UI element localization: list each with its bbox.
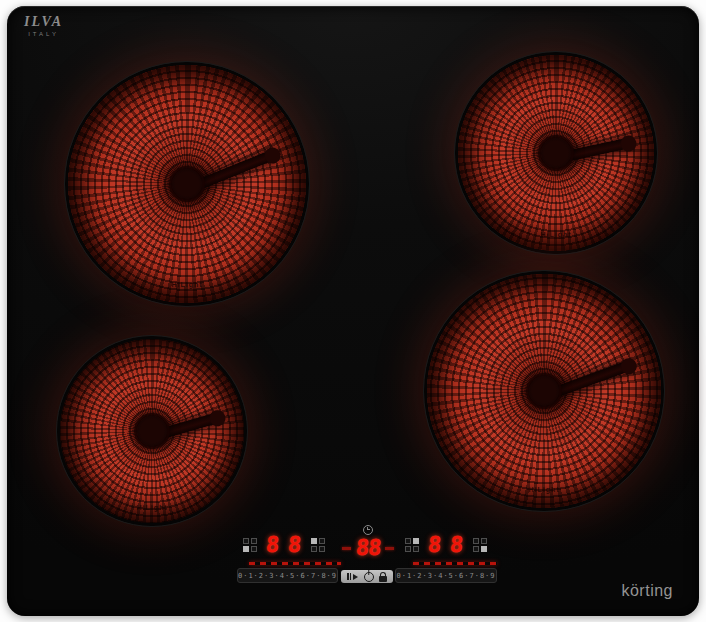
center-button-bar	[341, 570, 393, 583]
right-power-slider[interactable]: 0·1·2·3·4·5·6·7·8·9	[395, 568, 497, 583]
glass-brand-country: ITALY	[24, 31, 63, 37]
front-left-power-display: 8	[265, 533, 280, 557]
front-right-power-display: 8	[449, 533, 464, 557]
heating-element-hub	[137, 416, 167, 446]
zone-select-front-right-icon[interactable]	[473, 538, 487, 552]
timer-clock-icon	[363, 525, 373, 535]
zone-select-rear-right-icon[interactable]	[405, 538, 419, 552]
glass-brand-logo: ILVA ITALY	[24, 15, 63, 37]
right-zone-residual-heat-bar	[413, 562, 497, 565]
burner-type-label: HiLight	[427, 486, 661, 493]
zone-select-rear-left-icon[interactable]	[311, 538, 325, 552]
ceramic-hob-glass: ILVA ITALY HiLight HiLight HiLight HiLig…	[7, 6, 699, 616]
left-slider-scale: 0·1·2·3·4·5·6·7·8·9	[238, 572, 337, 580]
right-slider-scale: 0·1·2·3·4·5·6·7·8·9	[396, 572, 495, 580]
rear-right-power-display: 8	[427, 533, 442, 557]
burner-type-label: HiLight	[68, 281, 306, 288]
timer-minus-button[interactable]	[342, 547, 351, 550]
heating-element-hub	[172, 169, 202, 199]
timer-plus-button[interactable]	[385, 547, 394, 550]
glass-brand-name: ILVA	[24, 15, 63, 29]
child-lock-button[interactable]	[379, 576, 387, 582]
timer-display: 88	[355, 536, 382, 560]
touch-control-panel: 8 8 88 8 8	[235, 527, 507, 587]
left-zone-residual-heat-bar	[249, 562, 341, 565]
burner-rear-left: HiLight	[65, 62, 309, 306]
burner-type-label: HiLight	[458, 231, 654, 238]
rear-left-power-display: 8	[287, 533, 302, 557]
timer-section: 88	[338, 525, 398, 560]
pause-button[interactable]	[347, 573, 358, 580]
burner-rear-right: HiLight	[455, 52, 657, 254]
left-power-slider[interactable]: 0·1·2·3·4·5·6·7·8·9	[237, 568, 338, 583]
burner-front-left: HiLight	[57, 336, 247, 526]
heating-element-hub	[529, 376, 559, 406]
power-button[interactable]	[364, 572, 374, 582]
burner-type-label: HiLight	[60, 504, 244, 511]
zone-select-front-left-icon[interactable]	[243, 538, 257, 552]
manufacturer-logo: körting	[621, 582, 673, 600]
burner-front-right: HiLight	[424, 271, 664, 511]
heating-element-hub	[541, 138, 571, 168]
